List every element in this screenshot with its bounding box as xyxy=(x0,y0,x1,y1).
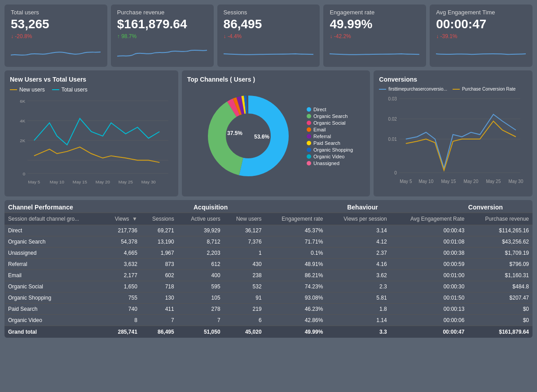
footer-cell-4: 45,020 xyxy=(224,326,265,338)
svg-text:4K: 4K xyxy=(20,118,25,123)
table-row[interactable]: Organic Search54,37813,1908,7127,37671.7… xyxy=(4,236,533,247)
conversions-svg: 0.03 0.02 0.01 0 May 5 May 10 May 15 May… xyxy=(379,94,527,188)
svg-text:May 5: May 5 xyxy=(400,179,413,184)
cell-2-1: 4,665 xyxy=(103,247,141,258)
cell-2-3: 2,203 xyxy=(178,247,224,258)
table-row[interactable]: Unassigned4,6651,9672,20310.1%2.3700:00:… xyxy=(4,247,533,258)
channel-performance-table: Channel Performance Acquisition Behaviou… xyxy=(4,200,533,338)
cell-6-7: 00:01:50 xyxy=(391,292,468,303)
cell-5-0: Organic Social xyxy=(4,281,103,292)
cell-1-4: 7,376 xyxy=(224,236,265,247)
cell-0-3: 39,929 xyxy=(178,225,224,236)
footer-cell-6: 3.3 xyxy=(326,326,390,338)
cell-1-8: $43,256.62 xyxy=(468,236,533,247)
footer-cell-1: 285,741 xyxy=(103,326,141,338)
cell-8-7: 00:00:06 xyxy=(391,314,468,326)
kpi-change-4: ↓ -39.1% xyxy=(436,33,526,39)
svg-text:53.6%: 53.6% xyxy=(254,134,269,140)
col-new-users: New users xyxy=(224,213,265,225)
col-purchase-revenue: Purchase revenue xyxy=(468,213,533,225)
cell-2-8: $1,709.19 xyxy=(468,247,533,258)
kpi-card-3: Engagement rate 49.99% ↓ -42.2% xyxy=(323,4,426,67)
col-active-users: Active users xyxy=(178,213,224,225)
cell-5-8: $484.8 xyxy=(468,281,533,292)
table-row[interactable]: Organic Shopping7551301059193.08%5.8100:… xyxy=(4,292,533,303)
conversions-chart: Conversions firsttimepurchaserconversio.… xyxy=(374,70,533,196)
legend-new-users: New users xyxy=(10,87,45,93)
cell-6-4: 91 xyxy=(224,292,265,303)
cell-4-2: 602 xyxy=(141,270,178,281)
table-row[interactable]: Referral3,63287361243048.91%4.1600:00:59… xyxy=(4,258,533,270)
cell-1-5: 71.71% xyxy=(265,236,327,247)
col-engagement-rate: Engagement rate xyxy=(265,213,327,225)
cell-4-6: 3.62 xyxy=(326,270,390,281)
table-row[interactable]: Direct217,73669,27139,92936,12745.37%3.1… xyxy=(4,225,533,236)
data-table: Session default channel gro... Views ▼ S… xyxy=(4,213,533,338)
cell-3-7: 00:00:59 xyxy=(391,258,468,270)
cell-0-4: 36,127 xyxy=(224,225,265,236)
kpi-sparkline-4 xyxy=(436,43,526,61)
cell-7-8: $0 xyxy=(468,303,533,314)
new-vs-total-title: New Users vs Total Users xyxy=(10,76,173,83)
cell-2-6: 2.37 xyxy=(326,247,390,258)
cell-5-6: 2.3 xyxy=(326,281,390,292)
cell-8-5: 42.86% xyxy=(265,314,327,326)
cell-6-5: 93.08% xyxy=(265,292,327,303)
conversions-title: Conversions xyxy=(379,76,527,83)
cell-8-8: $0 xyxy=(468,314,533,326)
cell-5-1: 1,650 xyxy=(103,281,141,292)
new-vs-total-chart: New Users vs Total Users New users Total… xyxy=(4,70,178,196)
cell-5-7: 00:00:30 xyxy=(391,281,468,292)
cell-3-3: 612 xyxy=(178,258,224,270)
cell-5-5: 74.23% xyxy=(265,281,327,292)
kpi-label-2: Sessions xyxy=(224,9,314,16)
cell-2-2: 1,967 xyxy=(141,247,178,258)
cell-4-8: $1,160.31 xyxy=(468,270,533,281)
svg-text:May 20: May 20 xyxy=(464,179,479,184)
svg-text:May 10: May 10 xyxy=(50,179,65,184)
kpi-card-0: Total users 53,265 ↓ -20.8% xyxy=(4,4,107,67)
col-views[interactable]: Views ▼ xyxy=(103,213,141,225)
kpi-label-0: Total users xyxy=(11,9,101,16)
cell-0-5: 45.37% xyxy=(265,225,327,236)
cell-8-3: 7 xyxy=(178,314,224,326)
footer-cell-2: 86,495 xyxy=(141,326,178,338)
table-row[interactable]: Paid Search74041127821946.23%1.800:00:13… xyxy=(4,303,533,314)
cell-3-2: 873 xyxy=(141,258,178,270)
svg-text:May 30: May 30 xyxy=(509,179,524,184)
kpi-value-2: 86,495 xyxy=(224,17,314,31)
cell-0-8: $114,265.16 xyxy=(468,225,533,236)
table-row[interactable]: Organic Video877642.86%1.1400:00:06$0 xyxy=(4,314,533,326)
kpi-card-1: Purchase revenue $161,879.64 ↑ 98.7% xyxy=(111,4,214,67)
cell-4-0: Email xyxy=(4,270,103,281)
footer-cell-5: 49.99% xyxy=(265,326,327,338)
cell-6-6: 5.81 xyxy=(326,292,390,303)
cell-4-5: 86.21% xyxy=(265,270,327,281)
cell-1-3: 8,712 xyxy=(178,236,224,247)
cell-7-7: 00:00:13 xyxy=(391,303,468,314)
middle-row: New Users vs Total Users New users Total… xyxy=(0,70,537,200)
cell-8-6: 1.14 xyxy=(326,314,390,326)
svg-text:May 30: May 30 xyxy=(141,179,156,184)
kpi-change-0: ↓ -20.8% xyxy=(11,33,101,39)
conversion-label: Conversion xyxy=(442,204,529,211)
cell-7-0: Paid Search xyxy=(4,303,103,314)
table-row[interactable]: Email2,17760240023886.21%3.6200:01:00$1,… xyxy=(4,270,533,281)
table-row[interactable]: Organic Social1,65071859553274.23%2.300:… xyxy=(4,281,533,292)
kpi-sparkline-1 xyxy=(117,43,207,61)
cell-7-2: 411 xyxy=(141,303,178,314)
svg-text:2K: 2K xyxy=(20,138,25,143)
cell-3-1: 3,632 xyxy=(103,258,141,270)
cell-4-3: 400 xyxy=(178,270,224,281)
new-vs-total-svg: 6K 4K 2K 0 May 5 May 10 May 15 May 20 Ma… xyxy=(10,96,173,190)
cell-5-4: 532 xyxy=(224,281,265,292)
cell-2-4: 1 xyxy=(224,247,265,258)
cell-7-5: 46.23% xyxy=(265,303,327,314)
cell-6-1: 755 xyxy=(103,292,141,303)
cell-3-5: 48.91% xyxy=(265,258,327,270)
cell-0-7: 00:00:43 xyxy=(391,225,468,236)
top-channels-chart: Top Channels ( Users ) xyxy=(182,70,370,196)
cell-4-4: 238 xyxy=(224,270,265,281)
svg-text:0: 0 xyxy=(23,171,26,176)
legend-purchase-rate: Purchase Conversion Rate xyxy=(453,87,516,91)
